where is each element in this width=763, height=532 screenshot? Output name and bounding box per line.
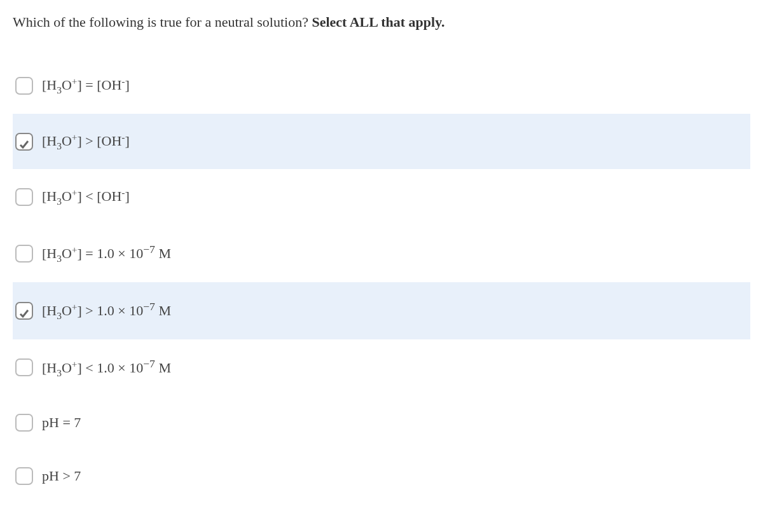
- option-label-5: [H3O+] < 1.0 × 10−7 M: [42, 357, 171, 379]
- option-label-3: [H3O+] = 1.0 × 10−7 M: [42, 243, 171, 264]
- checkbox-3[interactable]: [15, 245, 33, 263]
- option-label-6: pH = 7: [42, 414, 81, 431]
- option-4[interactable]: [H3O+] > 1.0 × 10−7 M: [13, 282, 750, 339]
- option-label-2: [H3O+] < [OH-]: [42, 187, 130, 207]
- checkbox-7[interactable]: [15, 467, 33, 485]
- option-label-7: pH > 7: [42, 468, 81, 484]
- checkbox-5[interactable]: [15, 358, 33, 376]
- checkmark-icon: [19, 137, 29, 147]
- question-bold: Select ALL that apply.: [312, 14, 444, 30]
- checkbox-4[interactable]: [15, 302, 33, 320]
- checkbox-0[interactable]: [15, 77, 33, 95]
- option-2[interactable]: [H3O+] < [OH-]: [13, 169, 750, 225]
- checkbox-6[interactable]: [15, 414, 33, 432]
- checkbox-1[interactable]: [15, 133, 33, 151]
- question-text: Which of the following is true for a neu…: [13, 11, 750, 32]
- option-7[interactable]: pH > 7: [13, 449, 750, 503]
- option-label-4: [H3O+] > 1.0 × 10−7 M: [42, 300, 171, 322]
- option-1[interactable]: [H3O+] > [OH-]: [13, 114, 750, 170]
- option-label-1: [H3O+] > [OH-]: [42, 132, 130, 152]
- option-label-0: [H3O+] = [OH-]: [42, 76, 130, 96]
- checkmark-icon: [19, 306, 29, 316]
- option-5[interactable]: [H3O+] < 1.0 × 10−7 M: [13, 339, 750, 397]
- option-0[interactable]: [H3O+] = [OH-]: [13, 58, 750, 114]
- option-6[interactable]: pH = 7: [13, 396, 750, 449]
- options-container: [H3O+] = [OH-][H3O+] > [OH-][H3O+] < [OH…: [13, 58, 750, 503]
- checkbox-2[interactable]: [15, 188, 33, 206]
- question-prefix: Which of the following is true for a neu…: [13, 14, 312, 30]
- option-3[interactable]: [H3O+] = 1.0 × 10−7 M: [13, 225, 750, 282]
